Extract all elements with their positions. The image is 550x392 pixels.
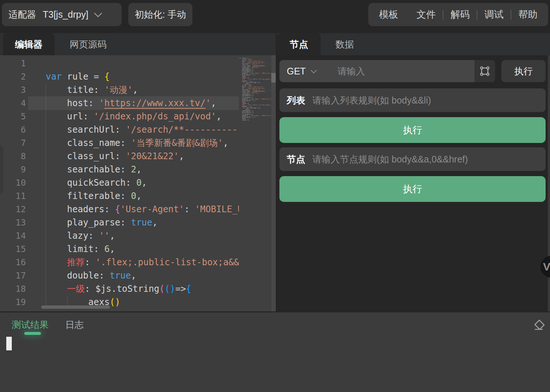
code-line[interactable]: limit: 6,	[46, 242, 239, 256]
chevron-down-icon	[94, 9, 102, 18]
chevron-down-icon	[311, 67, 317, 73]
execute-list-rule-button[interactable]: 执行	[279, 117, 546, 143]
method-value: GET	[287, 66, 306, 77]
url-input[interactable]	[323, 60, 474, 82]
menu-item-file[interactable]: 文件	[410, 8, 443, 21]
selection-frame-icon	[480, 66, 490, 76]
scrollbar-thumb[interactable]	[271, 73, 276, 83]
code-line[interactable]: url: '/index.php/ds_api/vod',	[46, 110, 239, 123]
code-line[interactable]: 一级: $js.toString(()=>{	[46, 282, 239, 295]
tab-web-source[interactable]: 网页源码	[55, 33, 122, 55]
code-line[interactable]: double: true,	[46, 269, 239, 282]
code-line[interactable]: filterable: 0,	[46, 189, 239, 203]
execute-node-rule-button[interactable]: 执行	[279, 176, 546, 202]
adapter-label: 适配器	[8, 8, 36, 21]
code-line[interactable]: class_url: '20&21&22',	[46, 150, 239, 163]
editor-tabbar: 编辑器 网页源码	[0, 33, 276, 55]
tab-data[interactable]: 数据	[321, 33, 369, 55]
menu-item-template[interactable]: 模板	[372, 8, 405, 21]
line-number-gutter: 12345678910111213141516171819	[0, 57, 26, 309]
execute-request-button[interactable]: 执行	[501, 60, 546, 82]
code-line[interactable]: headers: {'User-Agent': 'MOBILE_UA'},	[46, 203, 239, 216]
request-tabbar: 节点 数据	[277, 33, 550, 55]
text-cursor	[6, 337, 12, 350]
method-selector[interactable]: GET	[279, 60, 323, 82]
code-line[interactable]: title: '动漫',	[46, 83, 239, 97]
topbar-menu: 模板 文件 解码 调试 帮助	[368, 3, 548, 26]
request-panel: 节点 数据 GET 执行	[277, 33, 550, 311]
menu-item-decode[interactable]: 解码	[443, 8, 477, 21]
code-area[interactable]: var rule = { title: '动漫', host: 'https:/…	[46, 57, 239, 309]
menu-item-help[interactable]: 帮助	[511, 8, 544, 21]
scroll-float-label: V	[543, 260, 550, 273]
code-line[interactable]: 推荐: '.flex;.public-list-box;a&&pic_one	[46, 256, 239, 269]
tab-log[interactable]: 日志	[65, 319, 84, 331]
code-line[interactable]: lazy: '',	[46, 229, 239, 242]
code-line[interactable]: searchable: 2,	[46, 163, 239, 176]
code-editor[interactable]: 12345678910111213141516171819 var rule =…	[0, 55, 276, 311]
code-line[interactable]: host: 'https://www.xxx.tv/',	[46, 97, 239, 110]
node-rule-input[interactable]	[311, 154, 538, 165]
editor-vertical-scrollbar[interactable]	[271, 55, 276, 311]
list-rule-input[interactable]	[311, 95, 538, 106]
tab-node[interactable]: 节点	[277, 33, 321, 55]
request-content: GET 执行 列表 执行	[277, 55, 550, 311]
list-rule-label: 列表	[287, 94, 305, 106]
code-line[interactable]: searchUrl: '/search/**------------------…	[46, 123, 239, 136]
node-rule-row: 节点	[279, 147, 546, 171]
editor-panel: 编辑器 网页源码 12345678910111213141516171819 v…	[0, 33, 276, 311]
node-rule-label: 节点	[287, 153, 305, 165]
url-input-group: GET	[279, 60, 495, 82]
code-line[interactable]: class_name: '当季新番&番剧&剧场',	[46, 136, 239, 150]
code-line[interactable]: var rule = {	[46, 70, 239, 83]
clear-results-button[interactable]	[533, 318, 545, 331]
tab-test-result[interactable]: 测试结果	[12, 319, 49, 331]
request-url-row: GET 执行	[279, 60, 546, 82]
menu-item-debug[interactable]: 调试	[477, 8, 511, 21]
active-tab-indicator	[24, 332, 41, 335]
left-drawer-handle[interactable]	[0, 146, 3, 193]
init-mode-button[interactable]: 初始化: 手动	[128, 3, 192, 26]
editor-horizontal-scrollbar[interactable]	[41, 305, 110, 309]
topbar: 适配器 T3[js_drpy] 初始化: 手动 模板 文件 解码 调试 帮助	[0, 0, 550, 33]
element-picker-button[interactable]	[474, 60, 495, 82]
code-line[interactable]: quickSearch: 0,	[46, 176, 239, 189]
tab-editor[interactable]: 编辑器	[3, 33, 55, 55]
adapter-value: T3[js_drpy]	[43, 9, 88, 20]
adapter-selector[interactable]: 适配器 T3[js_drpy]	[2, 3, 122, 26]
code-line[interactable]	[46, 57, 239, 70]
code-line[interactable]: play_parse: true,	[46, 216, 239, 229]
minimap[interactable]: var rule = { title: '动漫', host: 'https:/…	[239, 56, 271, 310]
list-rule-row: 列表	[279, 88, 546, 112]
result-panel: 测试结果 日志	[0, 312, 550, 392]
